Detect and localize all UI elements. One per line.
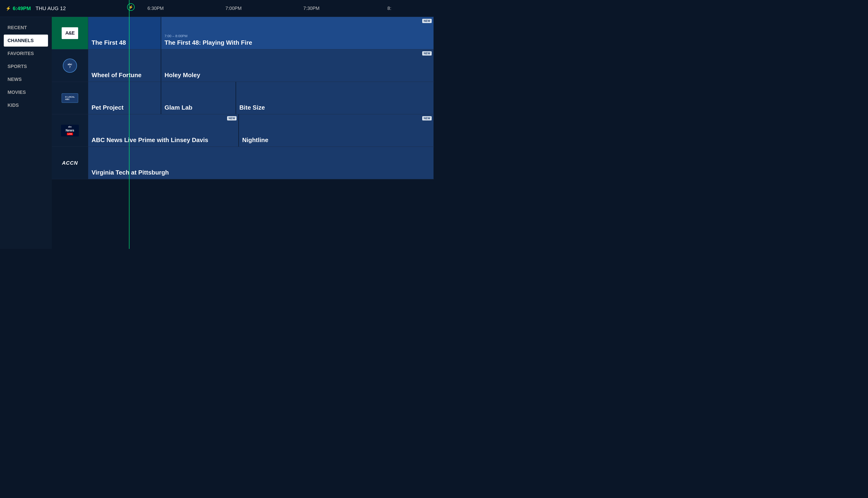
time-slot-3: 7:30PM [273,6,350,11]
channel-row-abc7: abc7 Wheel of Fortune NEW Holey Moley [52,49,434,82]
program-title: Bite Size [239,104,430,112]
program-the-first-48[interactable]: The First 48 [88,17,161,49]
aande-programs: The First 48 NEW 7:00 – 8:00PM The First… [88,17,434,49]
abclocal-programs: Pet Project Glam Lab Bite Size [88,82,434,114]
current-date: THU AUG 12 [36,5,66,12]
channel-row-abcnewslive: abc News LIVE NEW ABC News Live Prime wi… [52,114,434,147]
new-badge: NEW [422,19,432,23]
accn-logo: ACCN [62,160,78,166]
time-slot-2: 7:00PM [195,6,273,11]
program-title: Wheel of Fortune [92,71,157,79]
program-abc-news-live-prime[interactable]: NEW ABC News Live Prime with Linsey Davi… [88,114,239,146]
abclocal-logo: ⊙ LOCALABC [62,93,78,103]
channel-row-abclocal: ⊙ LOCALABC Pet Project Glam Lab [52,82,434,114]
sidebar-item-favorites[interactable]: FAVORITES [4,48,48,60]
program-title: Holey Moley [165,71,430,79]
abc7-logo: abc7 [63,58,77,73]
tv-guide: A&E The First 48 NEW 7:00 – 8:00PM The F… [52,17,434,249]
channel-logo-abcnewslive[interactable]: abc News LIVE [52,114,88,146]
program-pet-project[interactable]: Pet Project [88,82,161,114]
channel-logo-aande[interactable]: A&E [52,17,88,49]
new-badge: NEW [422,51,432,55]
main-layout: RECENT CHANNELS FAVORITES SPORTS NEWS MO… [0,17,434,249]
program-the-first-48-fire[interactable]: NEW 7:00 – 8:00PM The First 48: Playing … [161,17,434,49]
channel-row-accn: ACCN Virginia Tech at Pittsburgh [52,147,434,179]
channel-row-aande: A&E The First 48 NEW 7:00 – 8:00PM The F… [52,17,434,49]
abcnewslive-programs: NEW ABC News Live Prime with Linsey Davi… [88,114,434,146]
program-title: The First 48: Playing With Fire [165,39,430,47]
sidebar-item-kids[interactable]: KIDS [4,99,48,111]
channel-logo-abclocal[interactable]: ⊙ LOCALABC [52,82,88,114]
current-time: 6:49PM [13,5,31,12]
program-virginia-tech[interactable]: Virginia Tech at Pittsburgh [88,147,434,179]
channel-rows: A&E The First 48 NEW 7:00 – 8:00PM The F… [52,17,434,179]
header-time-section: ⚡ 6:49PM THU AUG 12 [6,5,66,12]
program-title: Virginia Tech at Pittsburgh [92,169,430,177]
program-title: ABC News Live Prime with Linsey Davis [92,136,235,144]
program-title: The First 48 [92,39,157,47]
new-badge: NEW [422,116,432,120]
sidebar-item-movies[interactable]: MOVIES [4,86,48,98]
current-time-line [129,0,129,249]
channel-logo-accn[interactable]: ACCN [52,147,88,179]
ae-logo: A&E [62,27,78,39]
sidebar-item-news[interactable]: NEWS [4,74,48,86]
program-bite-size[interactable]: Bite Size [236,82,434,114]
header: ⚡ 6:49PM THU AUG 12 6:30PM 7:00PM 7:30PM… [0,0,434,17]
abcnewslive-logo: abc News LIVE [61,125,79,136]
program-glam-lab[interactable]: Glam Lab [161,82,236,114]
bolt-icon: ⚡ [6,6,11,11]
program-time: 7:00 – 8:00PM [165,34,430,38]
channel-logo-abc7[interactable]: abc7 [52,49,88,82]
program-nightline[interactable]: NEW Nightline [239,114,434,146]
program-wheel-of-fortune[interactable]: Wheel of Fortune [88,49,161,82]
accn-programs: Virginia Tech at Pittsburgh [88,147,434,179]
program-holey-moley[interactable]: NEW Holey Moley [161,49,434,82]
new-badge: NEW [227,116,236,120]
program-title: Glam Lab [165,104,232,112]
abc7-programs: Wheel of Fortune NEW Holey Moley [88,49,434,82]
program-title: Pet Project [92,104,157,112]
sidebar: RECENT CHANNELS FAVORITES SPORTS NEWS MO… [0,17,52,249]
sidebar-item-channels[interactable]: CHANNELS [4,35,48,47]
time-slots: 6:30PM 7:00PM 7:30PM 8: [117,6,428,11]
sidebar-item-recent[interactable]: RECENT [4,22,48,34]
time-slot-4: 8: [350,6,428,11]
current-time-indicator: ⚡ [127,3,134,11]
program-title: Nightline [242,136,430,144]
sidebar-item-sports[interactable]: SPORTS [4,61,48,73]
